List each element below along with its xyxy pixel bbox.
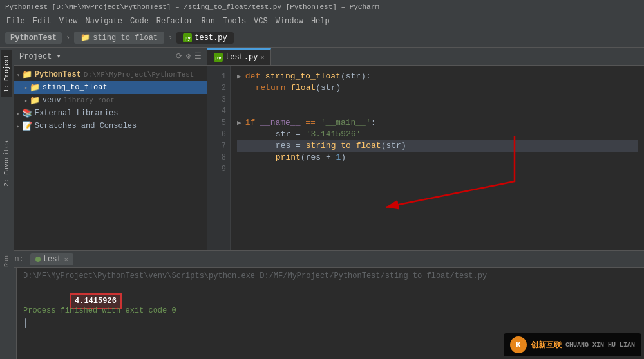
- code-line-5: ▶ if __name__ == '__main__':: [237, 117, 638, 129]
- toolbar: PythonTest › 📁 sting_to_float › py test.…: [0, 28, 644, 48]
- toolbar-tab-testpy[interactable]: py test.py: [176, 32, 233, 44]
- code-line-8: ▶ print(res + 1): [237, 152, 638, 163]
- tree-item-venv[interactable]: ▸ 📁 venv library root: [14, 94, 207, 107]
- code-line-2: ▶ return float(str): [237, 82, 638, 94]
- project-panel-header: Project ▾ ⟳ ⚙ ☰: [14, 48, 207, 66]
- editor-tab-testpy[interactable]: py test.py ✕: [207, 48, 271, 65]
- code-content[interactable]: ▶ def string_to_float(str): ▶ return flo…: [231, 66, 644, 251]
- watermark-text: 创新互联: [531, 340, 562, 351]
- menu-view[interactable]: View: [55, 17, 82, 26]
- settings-gear-icon[interactable]: ⚙: [186, 51, 191, 61]
- run-tabs: Run: test ✕: [0, 251, 644, 268]
- menu-navigate[interactable]: Navigate: [81, 17, 126, 26]
- menu-refactor[interactable]: Refactor: [153, 17, 198, 26]
- close-tab-icon[interactable]: ✕: [260, 53, 264, 61]
- watermark-subtitle: CHUANG XIN HU LIAN: [565, 342, 635, 349]
- editor-area: py test.py ✕ 1 2 3 4 5 6 7 8 9: [207, 48, 644, 264]
- project-label[interactable]: PythonTest: [5, 32, 62, 44]
- output-line-command: D:\MF\MyProject\PythonTest\venv\Scripts\…: [23, 270, 638, 282]
- menu-tools[interactable]: Tools: [219, 17, 250, 26]
- title-text: PythonTest [D:\MF\MyProject\PythonTest] …: [5, 3, 379, 11]
- side-panel: Project ▾ ⟳ ⚙ ☰ ▾ 📁 PythonTest D:\MF\MyP…: [14, 48, 207, 264]
- menu-help[interactable]: Help: [307, 17, 334, 26]
- editor-tabs: py test.py ✕: [207, 48, 644, 66]
- code-line-1: ▶ def string_to_float(str):: [237, 71, 638, 82]
- menu-edit[interactable]: Edit: [29, 17, 55, 26]
- code-line-4: [237, 106, 638, 117]
- code-line-3: [237, 94, 638, 106]
- left-tab-project[interactable]: 1: Project: [1, 50, 12, 97]
- run-status-dot: [35, 257, 41, 262]
- title-bar: PythonTest [D:\MF\MyProject\PythonTest] …: [0, 0, 644, 14]
- panel-options-icon[interactable]: ☰: [194, 51, 202, 61]
- code-line-6: ▶ str = '3.1415926': [237, 129, 638, 140]
- close-run-tab-icon[interactable]: ✕: [64, 255, 68, 263]
- left-tab-favorites[interactable]: 2: Favorites: [1, 136, 12, 190]
- menu-code[interactable]: Code: [126, 17, 153, 26]
- output-cursor-line: │: [23, 318, 638, 329]
- line-numbers: 1 2 3 4 5 6 7 8 9: [207, 66, 231, 251]
- run-tab-name: test: [43, 255, 62, 264]
- menu-run[interactable]: Run: [197, 17, 219, 26]
- toolbar-tab-sting[interactable]: 📁 sting_to_float: [74, 32, 164, 44]
- project-label-text: Project ▾: [19, 51, 61, 61]
- output-line-success: Process finished with exit code 0: [23, 305, 638, 317]
- bottom-left-tabs: Run: [0, 250, 14, 359]
- code-editor: 1 2 3 4 5 6 7 8 9 ▶ def string_to_float(…: [207, 66, 644, 251]
- menu-file[interactable]: File: [3, 17, 29, 26]
- menu-bar: File Edit View Navigate Code Refactor Ru…: [0, 14, 644, 28]
- tree-item-pythontest[interactable]: ▾ 📁 PythonTest D:\MF\MyProject\PythonTes…: [14, 68, 207, 81]
- run-tab-test[interactable]: test ✕: [30, 253, 73, 265]
- tree-item-scratches[interactable]: ▸ 📝 Scratches and Consoles: [14, 120, 207, 133]
- menu-vcs[interactable]: VCS: [250, 17, 272, 26]
- left-tabs: 1: Project 2: Favorites: [0, 48, 14, 264]
- tree-item-sting-to-float[interactable]: ▸ 📁 sting_to_float: [14, 81, 207, 94]
- watermark-logo: K: [510, 336, 527, 353]
- watermark: K 创新互联 CHUANG XIN HU LIAN: [504, 333, 641, 356]
- file-tree: ▾ 📁 PythonTest D:\MF\MyProject\PythonTes…: [14, 66, 207, 264]
- left-bottom-tab-1[interactable]: Run: [2, 253, 12, 270]
- menu-window[interactable]: Window: [272, 17, 307, 26]
- code-line-7: ▶ res = string_to_float(str): [237, 140, 638, 152]
- sync-icon[interactable]: ⟳: [176, 51, 182, 61]
- output-line-result: 4.1415926: [23, 282, 638, 293]
- tree-item-external-libraries[interactable]: ▸ 📚 External Libraries: [14, 107, 207, 120]
- code-line-9: [237, 163, 638, 175]
- main-layout: 1: Project 2: Favorites Project ▾ ⟳ ⚙ ☰ …: [0, 48, 644, 264]
